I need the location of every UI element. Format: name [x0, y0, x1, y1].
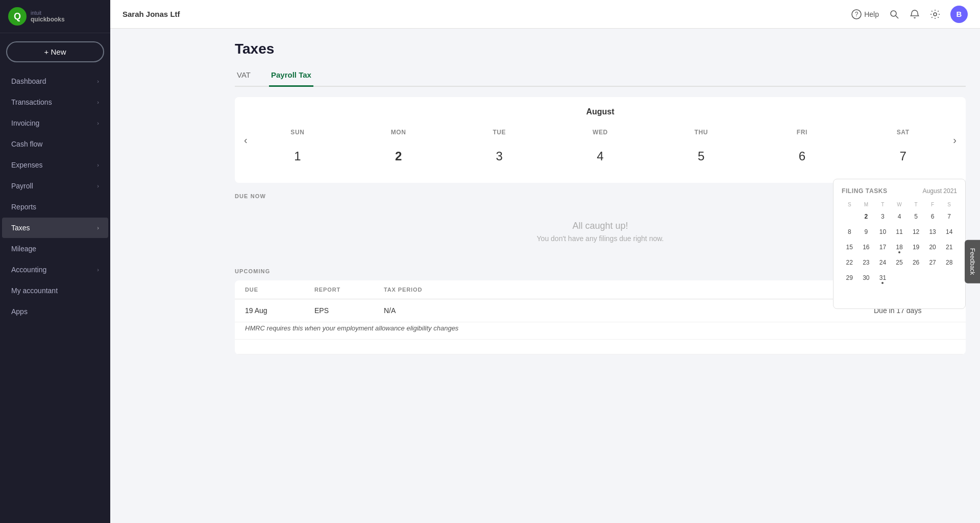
chevron-right-icon: ›: [97, 120, 99, 126]
svg-point-6: [934, 13, 937, 16]
mini-cal-day-30[interactable]: 30: [860, 271, 873, 284]
tab-payrolltax[interactable]: Payroll Tax: [269, 65, 313, 87]
sidebar-item-reports[interactable]: Reports: [2, 197, 108, 217]
chevron-right-icon: ›: [97, 225, 99, 231]
mini-cal-day-11[interactable]: 11: [893, 225, 906, 239]
mini-cal-day-6[interactable]: 6: [926, 210, 939, 223]
settings-button[interactable]: [930, 9, 940, 19]
mini-cal-day-21[interactable]: 21: [943, 241, 956, 254]
cal-day-2[interactable]: 2: [348, 140, 449, 173]
col-header-taxperiod: TAX PERIOD: [384, 287, 486, 293]
mini-cal-day-next1: [843, 287, 856, 300]
cal-header-sun: SUN: [247, 125, 348, 140]
gear-icon: [930, 9, 940, 19]
mini-cal-day-9[interactable]: 9: [860, 225, 873, 239]
calendar-area: August ‹ › SUN MON TUE WED THU FRI SAT 1…: [235, 97, 966, 183]
mini-cal-day-7[interactable]: 7: [943, 210, 956, 223]
mini-cal-header: FILING TASKS August 2021: [842, 187, 957, 195]
logo-area: Q intuit quickbooks: [0, 0, 110, 33]
mini-cal-day-10[interactable]: 10: [876, 225, 889, 239]
help-icon: ?: [851, 9, 862, 19]
mini-cal-day-24[interactable]: 24: [876, 256, 889, 269]
mini-cal-day-23[interactable]: 23: [860, 256, 873, 269]
sidebar-item-apps[interactable]: Apps: [2, 301, 108, 322]
col-header-due: DUE: [245, 287, 306, 293]
svg-text:?: ?: [855, 11, 859, 18]
tabs: VAT Payroll Tax: [235, 65, 966, 87]
user-avatar-button[interactable]: B: [950, 6, 968, 23]
filing-tasks-label: FILING TASKS: [842, 187, 888, 195]
mini-cal-day-31[interactable]: 31: [876, 271, 889, 284]
mini-cal-day-26[interactable]: 26: [910, 256, 923, 269]
mini-cal-day-next6: [926, 287, 939, 300]
cell-due-1: 19 Aug: [245, 306, 306, 315]
cal-header-tue: TUE: [449, 125, 550, 140]
mini-cal-day-28[interactable]: 28: [943, 256, 956, 269]
mini-cal-day-22[interactable]: 22: [843, 256, 856, 269]
new-button[interactable]: + New: [6, 41, 104, 62]
mini-cal-day-18[interactable]: 18: [893, 241, 906, 254]
mini-cal-day-12[interactable]: 12: [910, 225, 923, 239]
table-row-note-1: HMRC requires this when your employment …: [235, 324, 966, 340]
mini-cal-day-20[interactable]: 20: [926, 241, 939, 254]
cal-day-7[interactable]: 7: [852, 140, 953, 173]
sidebar-item-cashflow[interactable]: Cash flow: [2, 134, 108, 154]
help-button[interactable]: ? Help: [851, 9, 879, 19]
mini-cal-day-27[interactable]: 27: [926, 256, 939, 269]
cal-day-6[interactable]: 6: [752, 140, 853, 173]
cal-day-3[interactable]: 3: [449, 140, 550, 173]
cal-day-1[interactable]: 1: [247, 140, 348, 173]
cal-day-4[interactable]: 4: [550, 140, 651, 173]
sidebar-item-taxes[interactable]: Taxes ›: [2, 218, 108, 238]
sidebar-item-accounting[interactable]: Accounting ›: [2, 259, 108, 280]
sidebar-item-expenses[interactable]: Expenses ›: [2, 155, 108, 175]
mini-cal-day-next2: [860, 287, 873, 300]
cell-taxperiod-1: N/A: [384, 306, 486, 315]
sidebar-item-dashboard[interactable]: Dashboard ›: [2, 71, 108, 91]
cal-header-sat: SAT: [852, 125, 953, 140]
mini-cal-day-15[interactable]: 15: [843, 241, 856, 254]
mini-cal-header-t2: T: [908, 201, 924, 208]
mini-cal-day-14[interactable]: 14: [943, 225, 956, 239]
mini-cal-day-empty3: [910, 271, 923, 284]
page-title: Taxes: [235, 41, 966, 57]
mini-cal-day-next5: [910, 287, 923, 300]
mini-cal-day-19[interactable]: 19: [910, 241, 923, 254]
cal-header-wed: WED: [550, 125, 651, 140]
chevron-right-icon: ›: [97, 78, 99, 84]
sidebar-nav: Dashboard › Transactions › Invoicing › C…: [0, 70, 110, 322]
row-note-text-1: HMRC requires this when your employment …: [245, 324, 955, 332]
mini-cal-day-16[interactable]: 16: [860, 241, 873, 254]
sidebar-item-transactions[interactable]: Transactions ›: [2, 92, 108, 112]
mini-cal-header-m: M: [859, 201, 874, 208]
mini-cal-day-next3: [876, 287, 889, 300]
col-header-report: REPORT: [314, 287, 376, 293]
mini-cal-day-17[interactable]: 17: [876, 241, 889, 254]
mini-cal-day-next7: [943, 287, 956, 300]
sidebar: Q intuit quickbooks + New Dashboard › Tr…: [0, 0, 110, 523]
mini-cal-day-3[interactable]: 3: [876, 210, 889, 223]
mini-cal-day-25[interactable]: 25: [893, 256, 906, 269]
search-button[interactable]: [889, 9, 899, 19]
mini-cal-day-8[interactable]: 8: [843, 225, 856, 239]
cal-header-mon: MON: [348, 125, 449, 140]
cal-day-5[interactable]: 5: [651, 140, 752, 173]
notifications-button[interactable]: [910, 9, 920, 19]
mini-cal-day-29[interactable]: 29: [843, 271, 856, 284]
sidebar-item-myaccountant[interactable]: My accountant: [2, 280, 108, 301]
mini-calendar-panel: FILING TASKS August 2021 S M T W T F S 2…: [833, 179, 966, 309]
col-header-empty: [494, 287, 866, 293]
mini-cal-day-empty1[interactable]: [843, 210, 856, 223]
mini-cal-day-2[interactable]: 2: [860, 210, 873, 223]
quickbooks-logo-icon: Q: [8, 7, 27, 26]
sidebar-item-mileage[interactable]: Mileage: [2, 239, 108, 259]
cal-header-fri: FRI: [752, 125, 853, 140]
tab-vat[interactable]: VAT: [235, 65, 253, 87]
feedback-button[interactable]: Feedback: [965, 240, 980, 283]
mini-cal-day-4[interactable]: 4: [893, 210, 906, 223]
mini-cal-month-label: August 2021: [923, 187, 957, 195]
mini-cal-day-13[interactable]: 13: [926, 225, 939, 239]
mini-cal-day-5[interactable]: 5: [910, 210, 923, 223]
sidebar-item-payroll[interactable]: Payroll ›: [2, 176, 108, 196]
sidebar-item-invoicing[interactable]: Invoicing ›: [2, 113, 108, 133]
